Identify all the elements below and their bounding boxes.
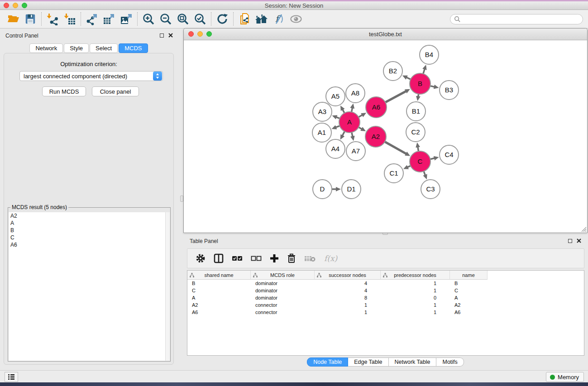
graph-node-A1[interactable]: A1 (312, 123, 331, 142)
graph-node-A5[interactable]: A5 (326, 87, 345, 106)
network-graph[interactable]: AA1A2A3A4A5A6A7A8BB1B2B3B4CC1C2C3C4DD1 (184, 40, 587, 233)
table-cell[interactable]: 1 (381, 287, 450, 294)
open-session-icon[interactable] (5, 12, 22, 26)
tab-edge-table[interactable]: Edge Table (348, 357, 388, 367)
table-cell[interactable]: 1 (381, 309, 450, 316)
graph-node-A6[interactable]: A6 (366, 97, 387, 118)
table-row[interactable]: Bdominator41B (187, 280, 584, 287)
graph-node-A4[interactable]: A4 (326, 139, 345, 158)
graph-node-B4[interactable]: B4 (420, 45, 439, 64)
table-cell[interactable]: C (450, 287, 488, 294)
float-table-panel-icon[interactable] (568, 239, 572, 243)
search-input[interactable] (461, 14, 583, 24)
tab-style[interactable]: Style (64, 43, 89, 53)
column-header-shared-name[interactable]: shared name (187, 271, 251, 280)
criterion-dropdown[interactable]: largest connected component (directed) (19, 71, 163, 81)
home-view-icon[interactable] (253, 12, 270, 26)
table-row[interactable]: Cdominator41C (187, 287, 584, 294)
edge-A2-C[interactable] (383, 141, 406, 154)
export-image-icon[interactable] (118, 12, 135, 26)
mcds-result-list[interactable]: A2ABCA6 (9, 212, 170, 361)
zoom-in-icon[interactable] (140, 12, 157, 26)
column-header-name[interactable]: name (450, 271, 488, 280)
tab-motifs[interactable]: Motifs (436, 357, 464, 367)
select-all-columns-icon[interactable] (232, 255, 243, 262)
column-header-successor-nodes[interactable]: successor nodes (315, 271, 381, 280)
table-cell[interactable]: A2 (187, 301, 251, 309)
task-history-button[interactable] (5, 372, 18, 382)
edge-A6-B[interactable] (384, 91, 406, 103)
show-hide-eye-icon[interactable] (287, 12, 305, 26)
graph-node-A2[interactable]: A2 (365, 126, 386, 147)
zoom-out-icon[interactable] (157, 12, 174, 26)
close-panel-button[interactable]: Close panel (92, 86, 139, 96)
table-cell[interactable]: connector (251, 309, 315, 316)
mcds-result-item[interactable]: C (9, 234, 170, 241)
refresh-view-icon[interactable] (214, 12, 231, 26)
graph-node-B3[interactable]: B3 (440, 81, 459, 100)
network-window-titlebar[interactable]: testGlobe.txt (184, 29, 587, 40)
close-panel-icon[interactable] (168, 33, 173, 38)
resize-grip-icon[interactable] (580, 226, 587, 232)
table-cell[interactable]: 1 (381, 301, 450, 309)
table-row[interactable]: Adominator80A (187, 294, 584, 301)
memory-button[interactable]: Memory (546, 372, 584, 382)
table-cell[interactable]: B (450, 280, 488, 287)
table-row[interactable]: A6connector11A6 (187, 309, 584, 316)
vertical-splitter-handle[interactable] (180, 195, 183, 202)
graph-node-B2[interactable]: B2 (383, 62, 402, 81)
tab-select[interactable]: Select (90, 43, 118, 53)
tab-network-table[interactable]: Network Table (389, 357, 437, 367)
column-header-MCDS-role[interactable]: MCDS role (251, 271, 315, 280)
table-cell[interactable]: B (187, 280, 251, 287)
table-cell[interactable]: A (450, 294, 488, 301)
graph-node-A3[interactable]: A3 (313, 102, 332, 121)
column-header-predecessor-nodes[interactable]: predecessor nodes (381, 271, 450, 280)
save-session-icon[interactable] (22, 12, 39, 26)
mcds-result-item[interactable]: B (9, 227, 170, 234)
add-column-icon[interactable] (270, 254, 279, 263)
table-cell[interactable]: 1 (381, 280, 450, 287)
zoom-fit-icon[interactable] (174, 12, 191, 26)
table-cell[interactable]: 0 (381, 294, 450, 301)
graph-node-A8[interactable]: A8 (346, 84, 365, 103)
hide-fx-icon[interactable]: f (270, 12, 287, 26)
tab-network[interactable]: Network (29, 43, 63, 53)
graph-node-C1[interactable]: C1 (384, 164, 403, 183)
table-cell[interactable]: A6 (450, 309, 488, 316)
table-settings-gear-icon[interactable] (196, 253, 206, 263)
graph-node-A[interactable]: A (339, 112, 360, 133)
show-columns-icon[interactable] (214, 253, 224, 263)
table-cell[interactable]: connector (251, 301, 315, 309)
table-cell[interactable]: dominator (251, 280, 315, 287)
table-cell[interactable]: dominator (251, 294, 315, 301)
export-table-icon[interactable] (100, 12, 118, 26)
run-mcds-button[interactable]: Run MCDS (42, 86, 86, 96)
mcds-result-item[interactable]: A6 (9, 241, 170, 248)
graph-node-D1[interactable]: D1 (342, 180, 361, 199)
tab-node-table[interactable]: Node Table (307, 357, 348, 367)
search-field[interactable] (450, 14, 583, 24)
result-scrollbar[interactable] (165, 212, 170, 361)
network-canvas[interactable]: AA1A2A3A4A5A6A7A8BB1B2B3B4CC1C2C3C4DD1 (184, 40, 587, 233)
table-cell[interactable]: dominator (251, 287, 315, 294)
zoom-selected-icon[interactable] (191, 12, 209, 26)
graph-node-A7[interactable]: A7 (346, 142, 365, 161)
graph-node-D[interactable]: D (313, 180, 332, 199)
close-table-panel-icon[interactable] (577, 238, 581, 243)
graph-node-C3[interactable]: C3 (421, 180, 440, 199)
graph-node-C2[interactable]: C2 (406, 123, 425, 142)
node-table[interactable]: shared nameMCDS rolesuccessor nodesprede… (187, 270, 584, 356)
graph-node-C4[interactable]: C4 (440, 145, 459, 164)
table-cell[interactable]: 4 (315, 287, 381, 294)
table-row[interactable]: A2connector11A2 (187, 301, 584, 309)
table-cell[interactable]: A6 (187, 309, 251, 316)
import-table-icon[interactable] (61, 12, 78, 26)
app-titlebar[interactable]: Session: New Session (0, 1, 588, 10)
table-cell[interactable]: C (187, 287, 251, 294)
table-cell[interactable]: 1 (315, 301, 381, 309)
duplicate-network-icon[interactable] (236, 12, 253, 26)
mcds-result-item[interactable]: A2 (9, 212, 170, 219)
table-cell[interactable]: A2 (450, 301, 488, 309)
table-cell[interactable]: 4 (315, 280, 381, 287)
